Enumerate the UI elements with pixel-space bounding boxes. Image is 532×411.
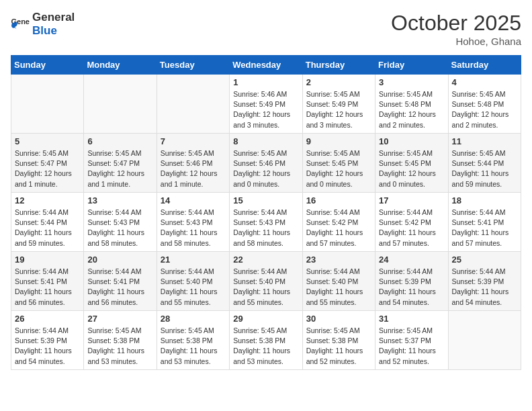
calendar-cell: 12Sunrise: 5:44 AMSunset: 5:44 PMDayligh…	[11, 193, 84, 252]
daylight-text: Daylight: 11 hours and 57 minutes.	[452, 228, 509, 246]
calendar-cell: 24Sunrise: 5:44 AMSunset: 5:39 PMDayligh…	[375, 252, 448, 311]
day-info: Sunrise: 5:45 AMSunset: 5:45 PMDaylight:…	[306, 148, 371, 189]
weekday-header-row: SundayMondayTuesdayWednesdayThursdayFrid…	[11, 56, 521, 75]
day-number: 10	[379, 136, 444, 146]
calendar-table: SundayMondayTuesdayWednesdayThursdayFrid…	[11, 55, 521, 370]
day-info: Sunrise: 5:45 AMSunset: 5:44 PMDaylight:…	[452, 148, 517, 189]
day-number: 11	[452, 136, 517, 146]
daylight-text: Daylight: 11 hours and 59 minutes.	[452, 169, 509, 187]
calendar-cell: 23Sunrise: 5:44 AMSunset: 5:40 PMDayligh…	[302, 252, 375, 311]
weekday-header-thursday: Thursday	[302, 56, 375, 75]
calendar-cell: 16Sunrise: 5:44 AMSunset: 5:42 PMDayligh…	[302, 193, 375, 252]
day-info: Sunrise: 5:45 AMSunset: 5:38 PMDaylight:…	[161, 326, 226, 367]
sunrise-text: Sunrise: 5:45 AM	[452, 90, 506, 98]
sunrise-text: Sunrise: 5:44 AM	[306, 208, 360, 216]
day-info: Sunrise: 5:44 AMSunset: 5:40 PMDaylight:…	[306, 267, 371, 308]
day-number: 20	[87, 255, 152, 265]
weekday-header-saturday: Saturday	[448, 56, 521, 75]
day-number: 12	[15, 195, 80, 205]
daylight-text: Daylight: 12 hours and 2 minutes.	[379, 110, 436, 128]
weekday-header-wednesday: Wednesday	[230, 56, 302, 75]
sunset-text: Sunset: 5:44 PM	[452, 159, 504, 167]
day-info: Sunrise: 5:44 AMSunset: 5:40 PMDaylight:…	[233, 267, 298, 308]
weekday-header-friday: Friday	[375, 56, 448, 75]
sunrise-text: Sunrise: 5:45 AM	[161, 326, 214, 334]
calendar-cell: 31Sunrise: 5:45 AMSunset: 5:37 PMDayligh…	[375, 311, 448, 370]
daylight-text: Daylight: 12 hours and 3 minutes.	[306, 110, 363, 128]
sunset-text: Sunset: 5:45 PM	[306, 159, 359, 167]
calendar-cell: 30Sunrise: 5:45 AMSunset: 5:38 PMDayligh…	[302, 311, 375, 370]
sunrise-text: Sunrise: 5:44 AM	[379, 208, 433, 216]
sunset-text: Sunset: 5:48 PM	[452, 100, 504, 108]
day-number: 2	[306, 77, 371, 87]
sunrise-text: Sunrise: 5:44 AM	[87, 208, 141, 216]
sunset-text: Sunset: 5:40 PM	[161, 277, 213, 285]
daylight-text: Daylight: 11 hours and 59 minutes.	[15, 228, 72, 246]
day-info: Sunrise: 5:46 AMSunset: 5:49 PMDaylight:…	[233, 89, 298, 130]
day-number: 5	[15, 136, 80, 146]
day-number: 8	[233, 136, 298, 146]
sunset-text: Sunset: 5:43 PM	[233, 218, 285, 226]
daylight-text: Daylight: 11 hours and 53 minutes.	[233, 347, 290, 365]
sunrise-text: Sunrise: 5:44 AM	[87, 267, 141, 275]
sunset-text: Sunset: 5:47 PM	[87, 159, 140, 167]
calendar-cell: 17Sunrise: 5:44 AMSunset: 5:42 PMDayligh…	[375, 193, 448, 252]
sunrise-text: Sunrise: 5:45 AM	[87, 149, 141, 157]
calendar-cell: 13Sunrise: 5:44 AMSunset: 5:43 PMDayligh…	[84, 193, 157, 252]
sunrise-text: Sunrise: 5:45 AM	[15, 149, 69, 157]
sunset-text: Sunset: 5:45 PM	[379, 159, 431, 167]
logo-blue: Blue	[32, 24, 57, 37]
daylight-text: Daylight: 11 hours and 58 minutes.	[233, 228, 290, 246]
day-info: Sunrise: 5:44 AMSunset: 5:42 PMDaylight:…	[379, 208, 444, 248]
day-number: 29	[233, 314, 298, 324]
calendar-cell: 4Sunrise: 5:45 AMSunset: 5:48 PMDaylight…	[448, 75, 521, 134]
sunset-text: Sunset: 5:38 PM	[87, 336, 140, 345]
day-info: Sunrise: 5:45 AMSunset: 5:45 PMDaylight:…	[379, 148, 444, 189]
sunrise-text: Sunrise: 5:44 AM	[306, 267, 360, 275]
daylight-text: Daylight: 11 hours and 55 minutes.	[161, 287, 218, 306]
sunset-text: Sunset: 5:38 PM	[161, 336, 213, 345]
sunset-text: Sunset: 5:43 PM	[87, 218, 140, 226]
sunrise-text: Sunrise: 5:44 AM	[233, 267, 287, 275]
sunrise-text: Sunrise: 5:44 AM	[15, 326, 69, 334]
sunrise-text: Sunrise: 5:44 AM	[15, 208, 69, 216]
day-number: 23	[306, 255, 371, 265]
calendar-cell: 29Sunrise: 5:45 AMSunset: 5:38 PMDayligh…	[230, 311, 302, 370]
day-info: Sunrise: 5:44 AMSunset: 5:43 PMDaylight:…	[87, 208, 152, 248]
day-info: Sunrise: 5:45 AMSunset: 5:47 PMDaylight:…	[15, 148, 80, 189]
day-number: 16	[306, 195, 371, 205]
weekday-header-sunday: Sunday	[11, 56, 84, 75]
calendar-cell: 25Sunrise: 5:44 AMSunset: 5:39 PMDayligh…	[448, 252, 521, 311]
day-number: 7	[161, 136, 226, 146]
logo-icon: General	[11, 17, 30, 32]
daylight-text: Daylight: 12 hours and 0 minutes.	[306, 169, 363, 187]
month-title: October 2025	[391, 11, 521, 36]
calendar-cell: 14Sunrise: 5:44 AMSunset: 5:43 PMDayligh…	[157, 193, 229, 252]
day-number: 9	[306, 136, 371, 146]
day-info: Sunrise: 5:44 AMSunset: 5:39 PMDaylight:…	[452, 267, 517, 308]
sunrise-text: Sunrise: 5:45 AM	[379, 90, 433, 98]
calendar-cell: 1Sunrise: 5:46 AMSunset: 5:49 PMDaylight…	[230, 75, 302, 134]
daylight-text: Daylight: 11 hours and 53 minutes.	[161, 347, 218, 365]
calendar-cell: 10Sunrise: 5:45 AMSunset: 5:45 PMDayligh…	[375, 134, 448, 193]
sunrise-text: Sunrise: 5:45 AM	[306, 326, 360, 334]
day-info: Sunrise: 5:45 AMSunset: 5:49 PMDaylight:…	[306, 89, 371, 130]
sunrise-text: Sunrise: 5:44 AM	[15, 267, 69, 275]
sunset-text: Sunset: 5:48 PM	[379, 100, 431, 108]
daylight-text: Daylight: 11 hours and 58 minutes.	[161, 228, 218, 246]
daylight-text: Daylight: 11 hours and 56 minutes.	[15, 287, 72, 306]
day-number: 30	[306, 314, 371, 324]
day-info: Sunrise: 5:44 AMSunset: 5:40 PMDaylight:…	[161, 267, 226, 308]
day-info: Sunrise: 5:45 AMSunset: 5:38 PMDaylight:…	[233, 326, 298, 367]
day-number: 14	[161, 195, 226, 205]
calendar-cell	[84, 75, 157, 134]
day-info: Sunrise: 5:44 AMSunset: 5:39 PMDaylight:…	[379, 267, 444, 308]
daylight-text: Daylight: 12 hours and 0 minutes.	[379, 169, 436, 187]
sunset-text: Sunset: 5:41 PM	[87, 277, 140, 285]
day-number: 25	[452, 255, 517, 265]
sunrise-text: Sunrise: 5:45 AM	[161, 149, 214, 157]
daylight-text: Daylight: 11 hours and 54 minutes.	[452, 287, 509, 306]
calendar-cell: 9Sunrise: 5:45 AMSunset: 5:45 PMDaylight…	[302, 134, 375, 193]
sunrise-text: Sunrise: 5:44 AM	[452, 208, 506, 216]
calendar-week-row: 5Sunrise: 5:45 AMSunset: 5:47 PMDaylight…	[11, 134, 521, 193]
